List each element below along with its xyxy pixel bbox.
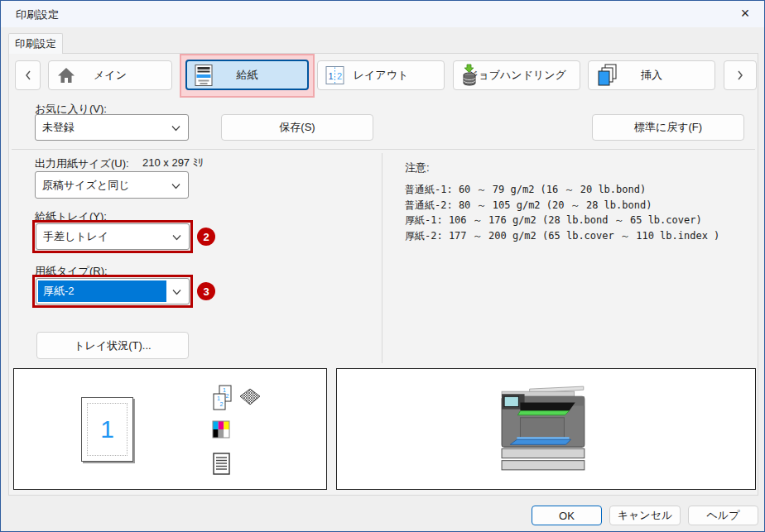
restore-defaults-button[interactable]: 標準に戻す(F) bbox=[592, 114, 744, 141]
layout-pages-icon: 1 2 bbox=[325, 66, 344, 85]
toolbar-button-job-handling[interactable]: ジョブハンドリング bbox=[453, 60, 580, 90]
note-line: 厚紙-1: 106 ～ 176 g/m2 (28 lb.bond ～ 65 lb… bbox=[405, 213, 719, 228]
paper-stack-icon bbox=[239, 388, 261, 409]
paper-type-value: 厚紙-2 bbox=[43, 284, 75, 299]
tab-print-settings[interactable]: 印刷設定 bbox=[8, 33, 63, 54]
svg-text:1: 1 bbox=[217, 395, 220, 401]
paper-type-selected-fill: 厚紙-2 bbox=[38, 280, 166, 302]
cancel-button[interactable]: キャンセル bbox=[609, 506, 681, 525]
paper-tray-value: 手差しトレイ bbox=[43, 229, 108, 244]
toolbar-button-label: ジョブハンドリング bbox=[467, 68, 566, 83]
output-size-value: 210 x 297 ﾐﾘ bbox=[142, 156, 204, 169]
help-button[interactable]: ヘルプ bbox=[688, 506, 758, 525]
paper-tray-combo[interactable]: 手差しトレイ bbox=[36, 223, 190, 250]
vertical-divider bbox=[382, 153, 382, 363]
svg-text:2: 2 bbox=[220, 401, 224, 407]
toolbar-button-label: メイン bbox=[94, 68, 127, 83]
color-mode-icon bbox=[212, 420, 230, 441]
svg-text:1: 1 bbox=[329, 71, 334, 81]
toolbar-button-label: 給紙 bbox=[237, 68, 258, 83]
output-size-combo-value: 原稿サイズと同じ bbox=[42, 178, 130, 193]
document-icon bbox=[213, 453, 230, 477]
favorites-value: 未登録 bbox=[42, 120, 75, 135]
notes-title: 注意: bbox=[405, 161, 430, 175]
close-icon[interactable]: × bbox=[733, 2, 758, 24]
paper-feed-icon bbox=[195, 64, 213, 86]
save-button[interactable]: 保存(S) bbox=[221, 114, 373, 141]
home-icon bbox=[56, 65, 76, 85]
svg-text:1: 1 bbox=[223, 387, 226, 393]
notes-block: 普通紙-1: 60 ～ 79 g/m2 (16 ～ 20 lb.bond) 普通… bbox=[405, 182, 719, 243]
toolbar-forward-button[interactable] bbox=[724, 60, 757, 90]
cancel-button-label: キャンセル bbox=[618, 508, 673, 523]
output-size-label: 出力用紙サイズ(U): bbox=[35, 156, 129, 171]
annotation-badge-2: 2 bbox=[197, 228, 215, 246]
chevron-down-icon bbox=[172, 285, 181, 298]
toolbar-button-layout[interactable]: 1 2 レイアウト bbox=[317, 60, 445, 90]
chevron-right-icon bbox=[736, 69, 744, 81]
preview-page-number: 1 bbox=[100, 415, 114, 443]
ok-button-label: OK bbox=[559, 510, 575, 522]
toolbar-button-main[interactable]: メイン bbox=[48, 60, 172, 90]
separator bbox=[12, 149, 755, 150]
svg-text:2: 2 bbox=[226, 393, 229, 399]
favorites-combo[interactable]: 未登録 bbox=[35, 114, 189, 141]
annotation-badge-3: 3 bbox=[197, 282, 215, 300]
note-line: 厚紙-2: 177 ～ 200 g/m2 (65 lb.cover ～ 110 … bbox=[405, 228, 719, 244]
printer-illustration bbox=[499, 386, 592, 476]
tab-page: メイン 給紙 1 2 bbox=[8, 53, 758, 496]
output-size-combo[interactable]: 原稿サイズと同じ bbox=[35, 171, 189, 199]
toolbar-button-paper-feed[interactable]: 給紙 bbox=[185, 60, 309, 90]
paper-type-combo[interactable]: 厚紙-2 bbox=[36, 278, 190, 304]
tray-status-label: トレイ状況(T)... bbox=[74, 338, 151, 353]
chevron-left-icon bbox=[24, 69, 32, 81]
page-preview-panel: 1 1 2 1 2 bbox=[13, 368, 327, 490]
tray-status-button[interactable]: トレイ状況(T)... bbox=[36, 332, 189, 359]
toolbar-button-insert[interactable]: 挿入 bbox=[588, 60, 715, 90]
restore-defaults-label: 標準に戻す(F) bbox=[634, 120, 702, 135]
help-button-label: ヘルプ bbox=[707, 508, 740, 523]
toolbar-button-label: 挿入 bbox=[641, 68, 662, 83]
chevron-down-icon bbox=[171, 179, 180, 191]
preview-page: 1 bbox=[81, 397, 133, 462]
svg-text:2: 2 bbox=[337, 71, 342, 81]
preview-page-margin: 1 bbox=[87, 403, 128, 456]
print-settings-dialog: 印刷設定 × 印刷設定 メイン bbox=[0, 0, 765, 532]
note-line: 普通紙-1: 60 ～ 79 g/m2 (16 ～ 20 lb.bond) bbox=[405, 182, 719, 198]
collate-icon: 1 2 1 2 bbox=[212, 385, 233, 414]
title-bar: 印刷設定 × bbox=[1, 1, 764, 27]
printer-preview-panel bbox=[336, 368, 756, 490]
note-line: 普通紙-2: 80 ～ 105 g/m2 (20 ～ 28 lb.bond) bbox=[405, 198, 719, 213]
window-title: 印刷設定 bbox=[16, 7, 59, 22]
chevron-down-icon bbox=[172, 231, 181, 243]
toolbar-button-label: レイアウト bbox=[354, 68, 409, 83]
save-button-label: 保存(S) bbox=[279, 120, 315, 135]
job-database-icon bbox=[461, 64, 479, 87]
toolbar-back-button[interactable] bbox=[15, 60, 41, 90]
ok-button[interactable]: OK bbox=[532, 506, 602, 525]
insert-pages-icon bbox=[596, 64, 618, 87]
tab-label: 印刷設定 bbox=[15, 37, 56, 51]
chevron-down-icon bbox=[171, 122, 180, 134]
